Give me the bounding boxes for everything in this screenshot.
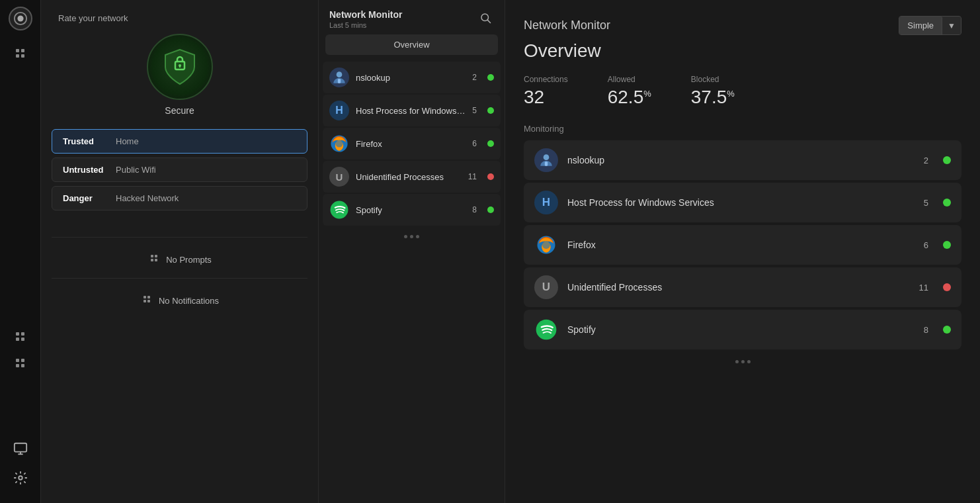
divider-2 [52, 278, 307, 279]
danger-type-label: Danger [63, 193, 116, 203]
monitor-mini-title: Network Monitor [329, 9, 402, 20]
divider-1 [52, 237, 307, 238]
full-more-dots [524, 349, 961, 363]
firefox-icon [329, 134, 349, 154]
allowed-stat: Allowed 62.5% [608, 75, 651, 108]
monitor-mini-subtitle: Last 5 mins [329, 21, 402, 29]
svg-line-10 [487, 20, 490, 23]
monitor-full-title: Network Monitor [524, 19, 610, 32]
spotify-icon [329, 200, 349, 220]
network-options-list: Trusted Home Untrusted Public Wifi Dange… [52, 129, 307, 210]
mini-process-nslookup[interactable]: nslookup 2 [323, 62, 501, 93]
connections-label: Connections [524, 75, 568, 84]
prompts-grid-icon [147, 252, 161, 265]
network-rating-panel: Rate your network Secure Trusted Home Un… [41, 0, 319, 503]
monitoring-unidentified[interactable]: U Unidentified Processes 11 [524, 267, 961, 307]
mini-process-nslookup-name: nslookup [356, 73, 466, 83]
mini-process-host-status [487, 107, 494, 114]
monitoring-host[interactable]: H Host Process for Windows Services 5 [524, 183, 961, 222]
monitoring-firefox-status [943, 241, 951, 249]
monitoring-nslookup[interactable]: nslookup 2 [524, 140, 961, 180]
monitor-full-header: Network Monitor Simple ▼ [524, 16, 961, 35]
monitoring-unidentified-icon: U [534, 275, 558, 299]
mini-process-spotify-name: Spotify [356, 205, 466, 215]
monitoring-section-label: Monitoring [524, 124, 961, 134]
danger-name-label: Hacked Network [116, 193, 179, 203]
mini-process-firefox-status [487, 140, 494, 147]
monitor-icon[interactable] [10, 438, 31, 459]
monitor-mini-header: Network Monitor Last 5 mins [319, 0, 505, 34]
monitoring-firefox-name: Firefox [567, 240, 915, 250]
no-prompts-label: No Prompts [166, 255, 212, 265]
nslookup-icon [329, 68, 349, 87]
connections-value: 32 [524, 87, 568, 108]
mini-process-firefox[interactable]: Firefox 6 [323, 128, 501, 160]
mini-more-dots [319, 226, 505, 248]
svg-point-5 [19, 476, 22, 480]
unidentified-icon: U [329, 167, 349, 187]
untrusted-type-label: Untrusted [63, 165, 116, 175]
allowed-label: Allowed [608, 75, 651, 84]
settings-icon-bottom[interactable] [10, 467, 31, 488]
blocked-stat: Blocked 37.5% [691, 75, 735, 108]
mini-process-host-name: Host Process for Windows ... [356, 106, 466, 116]
monitoring-spotify-name: Spotify [567, 324, 915, 335]
app-logo[interactable] [9, 7, 32, 30]
svg-rect-17 [545, 161, 548, 166]
monitoring-host-name: Host Process for Windows Services [567, 197, 915, 208]
grid-icon-3[interactable] [10, 353, 31, 374]
grid-icon-2[interactable] [10, 326, 31, 347]
monitoring-firefox-icon [534, 233, 558, 257]
mini-process-spotify-status [487, 206, 494, 213]
monitoring-spotify-icon [534, 318, 558, 342]
svg-point-14 [335, 140, 343, 147]
mini-process-nslookup-count: 2 [472, 73, 477, 82]
mini-process-firefox-name: Firefox [356, 139, 466, 149]
mini-process-spotify-count: 8 [472, 205, 477, 214]
mini-process-unidentified-count: 11 [468, 172, 477, 181]
network-monitor-mini-panel: Network Monitor Last 5 mins Overview nsl… [319, 0, 505, 503]
network-monitor-full-panel: Network Monitor Simple ▼ Overview Connec… [505, 0, 980, 503]
mini-process-spotify[interactable]: Spotify 8 [323, 194, 501, 226]
notifications-section: No Notifications [52, 285, 307, 312]
view-mode-chevron[interactable]: ▼ [942, 17, 961, 34]
trusted-name-label: Home [116, 136, 139, 146]
svg-point-1 [17, 15, 23, 21]
monitor-mini-title-block: Network Monitor Last 5 mins [329, 9, 402, 29]
monitoring-host-count: 5 [924, 198, 928, 208]
allowed-value: 62.5% [608, 87, 651, 108]
no-notifications-label: No Notifications [159, 296, 219, 306]
monitoring-nslookup-name: nslookup [567, 155, 915, 165]
monitoring-spotify-status [943, 326, 951, 334]
monitoring-firefox-count: 6 [924, 240, 928, 250]
monitoring-host-status [943, 199, 951, 206]
trusted-type-label: Trusted [63, 136, 116, 146]
monitoring-unidentified-name: Unidentified Processes [567, 282, 910, 293]
monitoring-nslookup-status [943, 156, 951, 164]
monitoring-spotify[interactable]: Spotify 8 [524, 310, 961, 349]
monitoring-host-icon: H [534, 191, 558, 214]
overview-tab[interactable]: Overview [325, 34, 498, 55]
mini-process-host[interactable]: H Host Process for Windows ... 5 [323, 95, 501, 126]
notifications-grid-icon [140, 293, 153, 306]
monitoring-unidentified-status [943, 283, 951, 291]
monitoring-firefox[interactable]: Firefox 6 [524, 225, 961, 265]
overview-heading: Overview [524, 40, 961, 62]
monitoring-nslookup-count: 2 [924, 156, 928, 165]
grid-icon-1[interactable] [10, 42, 31, 64]
network-option-danger[interactable]: Danger Hacked Network [52, 186, 307, 210]
search-button[interactable] [477, 9, 494, 29]
svg-rect-12 [338, 79, 341, 83]
prompts-section: No Prompts [52, 244, 307, 271]
untrusted-name-label: Public Wifi [116, 165, 156, 175]
view-mode-button[interactable]: Simple ▼ [899, 16, 961, 35]
view-mode-label: Simple [899, 17, 942, 34]
network-option-untrusted[interactable]: Untrusted Public Wifi [52, 158, 307, 182]
network-option-trusted[interactable]: Trusted Home [52, 129, 307, 154]
monitoring-list: nslookup 2 H Host Process for Windows Se… [524, 140, 961, 349]
monitoring-spotify-count: 8 [924, 325, 928, 335]
connections-stat: Connections 32 [524, 75, 568, 108]
mini-process-list: nslookup 2 H Host Process for Windows ..… [319, 62, 505, 226]
monitoring-nslookup-icon [534, 148, 558, 172]
mini-process-unidentified[interactable]: U Unidentified Processes 11 [323, 161, 501, 193]
